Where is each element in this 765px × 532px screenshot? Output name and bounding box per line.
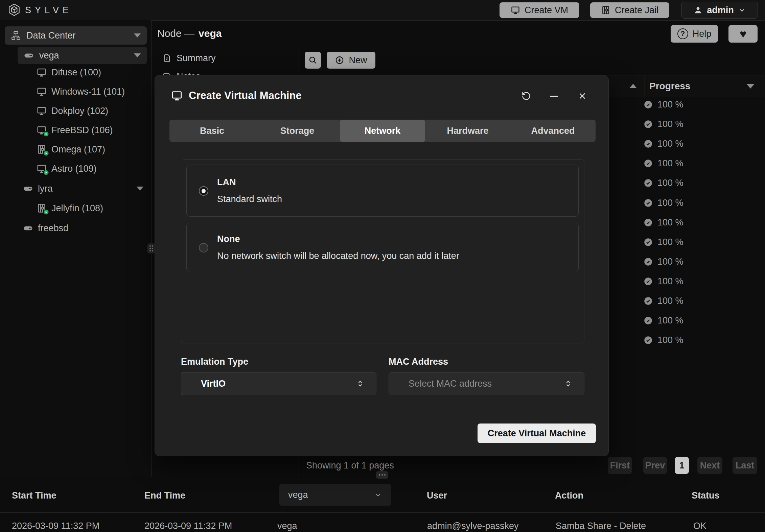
chevron-down-icon[interactable] [134, 33, 141, 38]
table-row: 100 % [644, 232, 683, 252]
pagination-last-button[interactable]: Last [733, 457, 757, 474]
close-button[interactable] [575, 89, 589, 103]
sidebar-item-dokploy[interactable]: Dokploy (102) [37, 103, 108, 119]
table-row: 100 % [644, 330, 683, 350]
check-circle-icon [644, 316, 653, 325]
minimize-icon [550, 96, 558, 97]
table-row: 100 % [644, 114, 683, 134]
tab-basic[interactable]: Basic [169, 120, 255, 142]
chevron-down-icon [374, 491, 382, 499]
monitor-icon [511, 5, 520, 15]
sidebar-item-difuse[interactable]: Difuse (100) [37, 64, 101, 80]
tab-network[interactable]: Network [340, 120, 425, 142]
running-status-icon [43, 150, 49, 156]
monitor-icon [37, 125, 47, 135]
table-row: 100 % [644, 193, 683, 213]
sidebar-item-vega[interactable]: vega [18, 47, 147, 64]
check-circle-icon [644, 198, 653, 208]
jail-icon [37, 144, 47, 154]
progress-value: 100 % [657, 217, 683, 228]
divider [151, 47, 765, 47]
progress-value: 100 % [657, 119, 683, 129]
table-row: 100 % [644, 134, 683, 153]
progress-value: 100 % [657, 276, 683, 287]
sylve-logo-icon [7, 3, 21, 17]
chevron-down-icon[interactable] [137, 187, 143, 191]
sidebar-item-lyra[interactable]: lyra [23, 180, 143, 197]
panel-resize-handle[interactable] [376, 471, 388, 479]
sidebar-item-windows-11[interactable]: Windows-11 (101) [37, 83, 125, 100]
favorite-button[interactable]: ♥ [728, 25, 758, 43]
table-row: 100 % [644, 252, 683, 271]
sort-desc-icon[interactable] [747, 84, 754, 89]
chevron-down-icon[interactable] [134, 53, 141, 57]
datacenter-icon [11, 30, 21, 41]
new-button[interactable]: New [327, 52, 375, 69]
dialog-title-text: Create Virtual Machine [189, 90, 302, 102]
pagination-summary: Showing 1 of 1 pages [306, 458, 394, 473]
user-icon [694, 6, 702, 15]
create-vm-button[interactable]: Create VM [500, 2, 579, 18]
tab-hardware[interactable]: Hardware [425, 120, 510, 142]
sidebar-item-astro[interactable]: Astro (109) [37, 161, 97, 177]
cell-action: Samba Share - Delete [556, 519, 646, 532]
mac-address-select[interactable]: Select MAC address [389, 372, 584, 395]
close-icon [578, 92, 587, 100]
create-vm-dialog: Create Virtual Machine Basic Storage Net… [155, 75, 609, 456]
sidebar-item-label: Dokploy (102) [51, 106, 108, 116]
progress-value: 100 % [657, 296, 683, 306]
sidebar-item-omega[interactable]: Omega (107) [37, 141, 105, 158]
create-virtual-machine-button[interactable]: Create Virtual Machine [478, 424, 596, 443]
table-row: 100 % [644, 173, 683, 193]
topbar: SYLVE Create VM Create Jail [0, 0, 765, 21]
radio-lan[interactable] [199, 186, 208, 196]
progress-value: 100 % [657, 198, 683, 208]
emulation-type-select[interactable]: VirtIO [181, 372, 376, 395]
option-none[interactable]: None No network switch will be allocated… [186, 223, 579, 272]
node-filter-select[interactable]: vega [279, 484, 391, 506]
sidebar-item-datacenter[interactable]: Data Center [5, 26, 147, 45]
progress-value: 100 % [657, 315, 683, 326]
jail-icon [37, 203, 47, 213]
check-circle-icon [644, 139, 653, 148]
new-label: New [349, 55, 367, 66]
sidebar-item-jellyfin[interactable]: Jellyfin (108) [37, 200, 103, 216]
sidebar-item-freebsd-vm[interactable]: FreeBSD (106) [37, 122, 113, 138]
sidebar-item-label: freebsd [38, 223, 68, 234]
user-menu-button[interactable]: admin [681, 2, 758, 19]
dialog-title: Create Virtual Machine [171, 90, 302, 102]
emulation-type-label: Emulation Type [181, 357, 248, 367]
create-vm-label: Create VM [525, 5, 568, 16]
sidebar-resize-handle[interactable] [147, 243, 155, 253]
table-row: 100 % [644, 271, 683, 291]
table-row: 100 % [644, 311, 683, 330]
pagination-first-button[interactable]: First [608, 457, 632, 474]
option-lan[interactable]: LAN Standard switch [186, 165, 579, 217]
check-circle-icon [644, 257, 653, 266]
tab-summary[interactable]: Summary [163, 51, 216, 66]
sidebar-item-label: Data Center [26, 30, 76, 41]
minimize-button[interactable] [547, 89, 561, 103]
cell-node: vega [277, 519, 297, 532]
server-icon [23, 223, 33, 233]
search-button[interactable] [305, 52, 321, 69]
sort-asc-icon[interactable] [629, 84, 637, 88]
table-row: 100 % [644, 95, 683, 114]
radio-none[interactable] [199, 243, 208, 252]
pagination-next-button[interactable]: Next [697, 457, 722, 474]
help-button[interactable]: ? Help [671, 25, 718, 43]
reset-button[interactable] [519, 89, 533, 103]
running-status-icon [43, 131, 49, 137]
progress-value: 100 % [657, 178, 683, 188]
tab-advanced[interactable]: Advanced [510, 120, 596, 142]
sidebar-item-label: FreeBSD (106) [51, 125, 113, 136]
pagination-prev-button[interactable]: Prev [643, 457, 667, 474]
check-circle-icon [644, 120, 653, 129]
create-jail-button[interactable]: Create Jail [590, 2, 669, 18]
document-icon [163, 54, 171, 63]
user-label: admin [707, 5, 734, 16]
sidebar-item-freebsd-node[interactable]: freebsd [23, 220, 68, 236]
pagination-page-button[interactable]: 1 [675, 457, 689, 474]
tab-storage[interactable]: Storage [255, 120, 340, 142]
sidebar-item-label: Omega (107) [51, 144, 105, 155]
